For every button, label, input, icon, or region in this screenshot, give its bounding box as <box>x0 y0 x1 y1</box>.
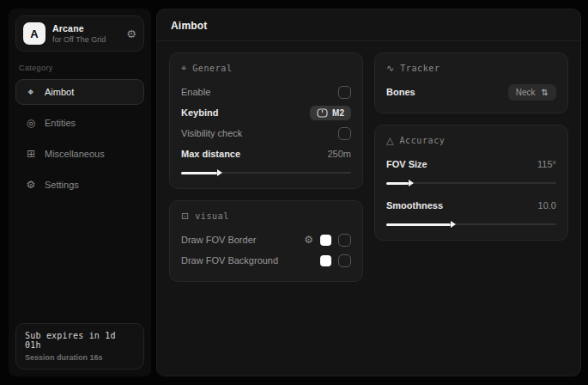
draw-fov-border-checkbox[interactable] <box>338 234 351 247</box>
sidebar-item-aimbot[interactable]: ⌖ Aimbot <box>15 79 144 105</box>
window: A Arcane for Off The Grid ⚙ Category ⌖ A… <box>0 0 588 385</box>
keybind-label: Keybind <box>181 107 218 118</box>
fov-size-value: 115° <box>537 159 556 169</box>
enable-row: Enable <box>181 82 351 101</box>
max-distance-value: 250m <box>327 149 351 159</box>
draw-fov-background-controls <box>320 254 351 267</box>
app-subtitle: for Off The Grid <box>52 35 119 44</box>
sidebar-item-label: Aimbot <box>45 87 74 97</box>
app-logo: A <box>23 22 45 45</box>
bones-selected-value: Neck <box>516 88 536 97</box>
visual-card-header: ⊡ visual <box>181 211 351 222</box>
tracker-card: ∿ Tracker Bones Neck ⇅ <box>374 52 568 113</box>
main-header: Aimbot <box>157 9 580 41</box>
brand-text: Arcane for Off The Grid <box>52 23 119 44</box>
smoothness-label: Smoothness <box>386 200 443 211</box>
grid-icon: ⊞ <box>25 148 37 160</box>
triangle-icon: △ <box>386 135 393 146</box>
sidebar: A Arcane for Off The Grid ⚙ Category ⌖ A… <box>9 9 151 376</box>
scan-eye-icon: ◎ <box>25 117 37 129</box>
sub-expiry-text: Sub expires in 1d 01h <box>25 331 135 350</box>
fov-background-color-swatch[interactable] <box>320 255 331 266</box>
bones-label: Bones <box>386 87 415 97</box>
sidebar-item-entities[interactable]: ◎ Entities <box>15 110 144 136</box>
general-card-header: ⌖ General <box>181 63 351 74</box>
crosshair-icon: ⌖ <box>181 63 186 74</box>
gear-icon: ⚙ <box>25 179 37 191</box>
updown-arrows-icon: ⇅ <box>542 88 549 97</box>
tracker-card-header: ∿ Tracker <box>386 63 556 74</box>
card-title: Accuracy <box>399 136 445 145</box>
draw-fov-background-label: Draw FOV Background <box>181 255 278 266</box>
max-distance-row: Max distance 250m <box>181 144 351 163</box>
draw-fov-background-checkbox[interactable] <box>338 254 351 267</box>
session-duration-text: Session duration 16s <box>25 353 135 362</box>
draw-fov-border-controls: ⚙ <box>304 234 351 247</box>
sidebar-nav: ⌖ Aimbot ◎ Entities ⊞ Miscellaneous ⚙ Se… <box>15 79 144 198</box>
sidebar-item-miscellaneous[interactable]: ⊞ Miscellaneous <box>15 141 144 167</box>
draw-fov-border-row: Draw FOV Border ⚙ <box>181 230 351 249</box>
slider-fill[interactable] <box>181 172 217 174</box>
smoothness-slider[interactable] <box>386 220 556 229</box>
accuracy-card-header: △ Accuracy <box>386 135 556 146</box>
category-label: Category <box>19 64 141 72</box>
left-column: ⌖ General Enable Keybind <box>169 52 363 282</box>
visibility-check-row: Visibility check <box>181 124 351 143</box>
visibility-check-checkbox[interactable] <box>338 127 351 140</box>
sidebar-item-label: Entities <box>45 118 76 128</box>
fov-size-row: FOV Size 115° <box>386 155 556 174</box>
bones-select[interactable]: Neck ⇅ <box>508 84 556 101</box>
visibility-check-label: Visibility check <box>181 128 242 138</box>
app-name: Arcane <box>52 23 119 34</box>
gear-icon[interactable]: ⚙ <box>126 28 136 40</box>
max-distance-slider[interactable] <box>181 168 351 177</box>
card-title: Tracker <box>400 64 439 73</box>
card-title: General <box>192 64 232 73</box>
squared-dot-icon: ⊡ <box>181 211 189 222</box>
enable-checkbox[interactable] <box>338 86 351 99</box>
crosshair-icon: ⌖ <box>25 86 37 98</box>
smoothness-value: 10.0 <box>538 200 556 211</box>
slider-fill[interactable] <box>386 182 409 185</box>
card-title: visual <box>195 211 229 221</box>
keybind-row: Keybind M2 <box>181 103 351 122</box>
draw-fov-background-row: Draw FOV Background <box>181 251 351 270</box>
wave-icon: ∿ <box>386 63 394 74</box>
mouse-icon <box>317 108 328 118</box>
max-distance-label: Max distance <box>181 149 240 159</box>
main-panel: Aimbot ⌖ General Enable Keybind <box>156 9 581 376</box>
gear-icon[interactable]: ⚙ <box>304 234 313 246</box>
page-title: Aimbot <box>171 20 567 32</box>
brand-card: A Arcane for Off The Grid ⚙ <box>15 15 144 52</box>
right-column: ∿ Tracker Bones Neck ⇅ △ Accuracy <box>374 52 568 241</box>
content: ⌖ General Enable Keybind <box>157 41 580 293</box>
bones-row: Bones Neck ⇅ <box>386 82 556 101</box>
fov-border-color-swatch[interactable] <box>320 235 331 246</box>
fov-size-slider[interactable] <box>386 179 556 187</box>
keybind-button[interactable]: M2 <box>310 106 351 120</box>
enable-label: Enable <box>181 87 210 97</box>
general-card: ⌖ General Enable Keybind <box>169 52 363 189</box>
smoothness-row: Smoothness 10.0 <box>386 196 556 215</box>
draw-fov-border-label: Draw FOV Border <box>181 235 256 245</box>
fov-size-label: FOV Size <box>386 159 427 169</box>
subscription-info-box: Sub expires in 1d 01h Session duration 1… <box>15 323 144 370</box>
sidebar-item-label: Miscellaneous <box>45 149 105 159</box>
keybind-value: M2 <box>332 108 344 118</box>
sidebar-item-label: Settings <box>45 180 79 190</box>
accuracy-card: △ Accuracy FOV Size 115° Smoothness 10.0 <box>374 125 568 241</box>
slider-fill[interactable] <box>386 223 451 226</box>
sidebar-item-settings[interactable]: ⚙ Settings <box>15 172 144 198</box>
visual-card: ⊡ visual Draw FOV Border ⚙ Draw FOV Back… <box>169 200 363 282</box>
